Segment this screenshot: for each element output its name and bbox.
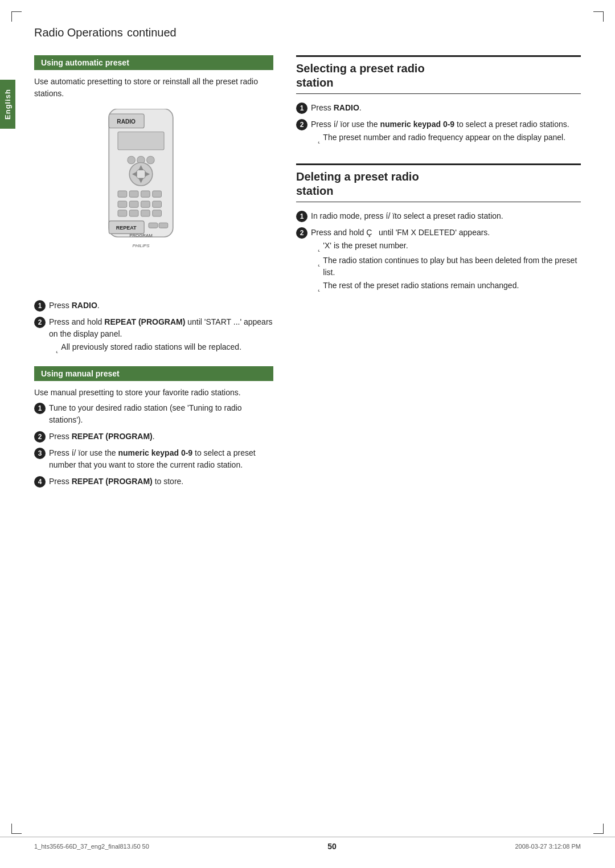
footer-right: 2008-03-27 3:12:08 PM bbox=[515, 843, 581, 850]
svg-rect-19 bbox=[141, 201, 150, 207]
corner-mark-tl bbox=[11, 11, 22, 22]
footer: 1_hts3565-66D_37_eng2_final813.i50 50 50… bbox=[0, 837, 615, 851]
svg-text:PROGRAM: PROGRAM bbox=[129, 233, 153, 238]
delete-step-1-content: In radio mode, press í/ ïto select a pre… bbox=[311, 210, 581, 222]
manual-step-num-2: 2 bbox=[34, 431, 46, 443]
manual-step-3-content: Press í/ ïor use the numeric keypad 0-9 … bbox=[49, 447, 273, 471]
manual-preset-header: Using manual preset bbox=[34, 366, 273, 381]
auto-step-1: 1 Press RADIO. bbox=[34, 300, 273, 312]
manual-step-1-content: Tune to your desired radio station (see … bbox=[49, 402, 273, 426]
page-number: 50 bbox=[327, 842, 337, 851]
select-step-1-content: Press RADIO. bbox=[311, 102, 581, 114]
delete-step-2-note-2: ˛ The radio station continues to play bu… bbox=[318, 255, 581, 279]
footer-left: 1_hts3565-66D_37_eng2_final813.i50 50 bbox=[34, 843, 149, 850]
remote-svg: RADIO bbox=[102, 109, 205, 288]
right-column: Selecting a preset radiostation 1 Press … bbox=[296, 55, 581, 492]
delete-step-2-note-1: ˛ 'X' is the preset number. bbox=[318, 240, 581, 253]
manual-step-3: 3 Press í/ ïor use the numeric keypad 0-… bbox=[34, 447, 273, 471]
svg-rect-20 bbox=[153, 201, 162, 207]
delete-step-2-note-3: ˛ The rest of the preset radio stations … bbox=[318, 280, 581, 293]
auto-step-2-note-text: All previously stored radio stations wil… bbox=[61, 341, 241, 355]
language-tab: English bbox=[0, 80, 15, 129]
auto-step-2: 2 Press and hold REPEAT (PROGRAM) until … bbox=[34, 316, 273, 355]
bullet-2: ˛ bbox=[318, 132, 321, 145]
svg-rect-24 bbox=[153, 210, 162, 216]
auto-preset-intro: Use automatic presetting to store or rei… bbox=[34, 76, 273, 100]
bullet: ˛ bbox=[56, 341, 59, 355]
step-number-1: 1 bbox=[34, 300, 46, 312]
two-column-layout: Using automatic preset Use automatic pre… bbox=[34, 55, 581, 492]
manual-preset-section: Using manual preset Use manual presettin… bbox=[34, 366, 273, 488]
manual-step-2-content: Press REPEAT (PROGRAM). bbox=[49, 431, 273, 443]
manual-step-4: 4 Press REPEAT (PROGRAM) to store. bbox=[34, 476, 273, 488]
step-number-2: 2 bbox=[34, 317, 46, 328]
svg-rect-21 bbox=[118, 210, 127, 216]
svg-point-6 bbox=[147, 156, 155, 164]
bullet-5: ˛ bbox=[318, 280, 321, 293]
svg-rect-23 bbox=[141, 210, 150, 216]
select-step-2-note-text: The preset number and radio frequency ap… bbox=[323, 132, 565, 145]
svg-point-4 bbox=[128, 156, 136, 164]
svg-rect-13 bbox=[118, 191, 127, 197]
delete-step-num-2: 2 bbox=[296, 227, 308, 239]
selecting-title: Selecting a preset radiostation bbox=[296, 62, 581, 90]
auto-step-1-content: Press RADIO. bbox=[49, 300, 273, 312]
delete-note-2-text: The radio station continues to play but … bbox=[323, 255, 581, 279]
manual-step-4-content: Press REPEAT (PROGRAM) to store. bbox=[49, 476, 273, 488]
manual-step-num-1: 1 bbox=[34, 403, 46, 414]
auto-preset-section: Using automatic preset Use automatic pre… bbox=[34, 55, 273, 355]
select-step-num-1: 1 bbox=[296, 103, 308, 114]
delete-note-1-text: 'X' is the preset number. bbox=[323, 240, 408, 253]
svg-text:REPEAT: REPEAT bbox=[116, 225, 137, 231]
select-step-1: 1 Press RADIO. bbox=[296, 102, 581, 114]
page: English Radio Operations continued Using… bbox=[0, 0, 615, 868]
title-text: Radio Operations bbox=[34, 26, 123, 39]
select-step-2-note: ˛ The preset number and radio frequency … bbox=[318, 132, 581, 145]
delete-step-2: 2 Press and hold Ç until 'FM X DELETED' … bbox=[296, 227, 581, 293]
corner-mark-tr bbox=[593, 11, 604, 22]
svg-text:RADIO: RADIO bbox=[117, 118, 136, 125]
left-column: Using automatic preset Use automatic pre… bbox=[34, 55, 273, 492]
select-step-2-content: Press í/ ïor use the numeric keypad 0-9 … bbox=[311, 118, 581, 145]
manual-step-num-3: 3 bbox=[34, 448, 46, 459]
remote-image: RADIO bbox=[34, 109, 273, 288]
deleting-title: Deleting a preset radiostation bbox=[296, 170, 581, 198]
svg-rect-18 bbox=[129, 201, 138, 207]
svg-rect-17 bbox=[118, 201, 127, 207]
selecting-section-header: Selecting a preset radiostation bbox=[296, 55, 581, 94]
delete-step-1: 1 In radio mode, press í/ ïto select a p… bbox=[296, 210, 581, 222]
title-suffix: continued bbox=[127, 26, 177, 39]
select-step-2: 2 Press í/ ïor use the numeric keypad 0-… bbox=[296, 118, 581, 145]
corner-mark-bl bbox=[11, 824, 22, 834]
svg-rect-22 bbox=[129, 210, 138, 216]
page-title: Radio Operations continued bbox=[34, 23, 581, 42]
corner-mark-br bbox=[593, 824, 604, 834]
svg-rect-3 bbox=[118, 132, 164, 150]
manual-step-num-4: 4 bbox=[34, 476, 46, 488]
manual-step-1: 1 Tune to your desired radio station (se… bbox=[34, 402, 273, 426]
svg-rect-14 bbox=[129, 191, 138, 197]
delete-step-2-content: Press and hold Ç until 'FM X DELETED' ap… bbox=[311, 227, 581, 293]
select-step-num-2: 2 bbox=[296, 119, 308, 130]
svg-rect-15 bbox=[141, 191, 150, 197]
delete-step-num-1: 1 bbox=[296, 211, 308, 222]
delete-note-3-text: The rest of the preset radio stations re… bbox=[323, 280, 519, 293]
deleting-section-header: Deleting a preset radiostation bbox=[296, 163, 581, 202]
bullet-3: ˛ bbox=[318, 240, 321, 253]
manual-step-2: 2 Press REPEAT (PROGRAM). bbox=[34, 431, 273, 443]
svg-text:PHILIPS: PHILIPS bbox=[132, 243, 150, 248]
auto-preset-header: Using automatic preset bbox=[34, 55, 273, 70]
manual-preset-intro: Use manual presetting to store your favo… bbox=[34, 387, 273, 399]
bullet-4: ˛ bbox=[318, 255, 321, 279]
auto-step-2-note: ˛ All previously stored radio stations w… bbox=[56, 341, 273, 355]
svg-rect-16 bbox=[153, 191, 162, 197]
svg-rect-29 bbox=[159, 223, 168, 228]
svg-rect-28 bbox=[149, 223, 158, 228]
svg-point-8 bbox=[136, 169, 146, 179]
auto-step-2-content: Press and hold REPEAT (PROGRAM) until 'S… bbox=[49, 316, 273, 355]
